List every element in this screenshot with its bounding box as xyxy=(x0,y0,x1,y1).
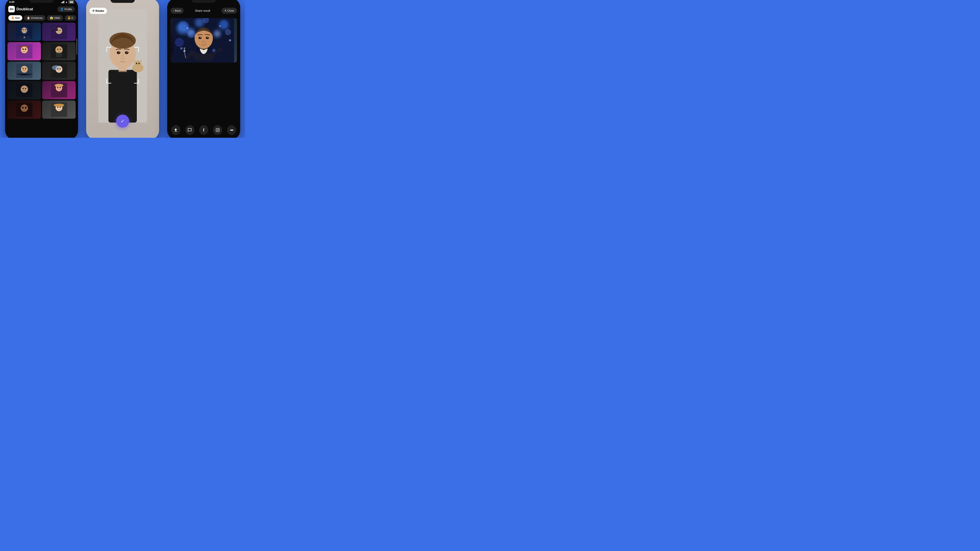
meme-thumbnail-9 xyxy=(8,100,41,119)
meme-item-6[interactable] xyxy=(42,62,76,80)
svg-point-70 xyxy=(180,47,183,50)
status-icons: ▲ ▮▮▮ xyxy=(61,0,74,3)
message-icon xyxy=(188,128,192,132)
signal-icon xyxy=(61,1,64,3)
share-result-label: Share result xyxy=(195,9,210,12)
category-tabs: 🔥 Hot 🎅 Christmas 😱 OMG 😎 C xyxy=(5,14,78,23)
svg-point-77 xyxy=(199,37,202,39)
svg-point-4 xyxy=(25,29,26,30)
tab-hot[interactable]: 🔥 Hot xyxy=(8,15,22,21)
result-image xyxy=(170,18,237,63)
close-icon: ✕ xyxy=(224,9,227,12)
back-button[interactable]: ‹ Back xyxy=(170,8,184,14)
svg-point-79 xyxy=(206,37,209,39)
meme-thumbnail-8 xyxy=(42,81,76,99)
notch-1 xyxy=(29,0,54,3)
svg-point-71 xyxy=(229,39,231,41)
checkmark-icon: ✓ xyxy=(121,118,125,124)
meme-item-8[interactable] xyxy=(42,81,76,99)
back-chevron-icon: ‹ xyxy=(173,9,174,12)
svg-point-29 xyxy=(57,68,58,70)
svg-rect-21 xyxy=(57,53,61,54)
phone-3-screen: ‹ Back Share result ✕ Close xyxy=(167,0,240,138)
close-label: Close xyxy=(228,9,234,12)
meme-thumbnail-2 xyxy=(42,23,76,41)
share-more-button[interactable]: ••• xyxy=(227,125,236,135)
svg-rect-11 xyxy=(52,28,57,31)
retake-icon: ↺ xyxy=(92,10,94,12)
meme-item-9[interactable] xyxy=(8,100,41,119)
svg-point-46 xyxy=(57,106,58,108)
svg-rect-81 xyxy=(216,129,219,132)
meme-thumbnail-5 xyxy=(8,62,41,80)
meme-item-10[interactable] xyxy=(42,100,76,119)
meme-item-3[interactable] xyxy=(8,42,41,60)
instagram-icon xyxy=(216,128,220,132)
wifi-icon: ▲ xyxy=(65,1,68,3)
close-button[interactable]: ✕ Close xyxy=(221,8,237,14)
phone-result: ‹ Back Share result ✕ Close xyxy=(167,0,240,138)
scroll-indicator xyxy=(76,38,77,55)
meme-thumbnail-3 xyxy=(8,42,41,60)
notch-2 xyxy=(110,0,135,3)
more-icon: ••• xyxy=(230,128,233,132)
retake-button[interactable]: ↺ Retake xyxy=(89,8,107,14)
profile-label: Profile xyxy=(64,8,72,11)
phone-1-screen: 4:20 ▲ ▮▮▮ do Doublicat 👤 xyxy=(5,0,78,138)
profile-button[interactable]: 👤 Profile xyxy=(57,6,75,12)
svg-point-14 xyxy=(22,49,24,50)
share-upload-button[interactable] xyxy=(171,125,180,135)
svg-point-72 xyxy=(212,49,215,52)
tab-omg[interactable]: 😱 OMG xyxy=(47,15,63,21)
frame-corner-bl xyxy=(107,79,111,83)
svg-point-17 xyxy=(55,46,63,54)
svg-point-39 xyxy=(60,87,61,88)
face-area: ✓ xyxy=(86,0,159,138)
svg-point-15 xyxy=(25,49,26,50)
svg-point-82 xyxy=(217,129,218,131)
svg-point-80 xyxy=(207,37,208,38)
battery-icon: ▮▮▮ xyxy=(69,0,74,3)
meme-item-1[interactable]: 🥂 xyxy=(8,23,41,41)
share-facebook-button[interactable]: f xyxy=(199,125,208,135)
svg-point-10 xyxy=(59,30,60,31)
svg-point-43 xyxy=(25,107,27,108)
bokeh-2 xyxy=(187,28,195,36)
notch-3 xyxy=(191,0,216,3)
app-header: do Doublicat 👤 Profile xyxy=(5,4,78,14)
meme-item-2[interactable] xyxy=(42,23,76,41)
meme-thumbnail-1: 🥂 xyxy=(8,23,41,41)
meme-thumbnail-7 xyxy=(8,81,41,99)
svg-point-47 xyxy=(60,106,61,108)
share-instagram-button[interactable] xyxy=(213,125,222,135)
frame-corner-br xyxy=(134,79,139,83)
svg-text:🥂: 🥂 xyxy=(23,37,25,38)
meme-item-7[interactable] xyxy=(8,81,41,99)
meme-thumbnail-10 xyxy=(42,100,76,119)
camera-view: ↺ Retake xyxy=(86,0,159,138)
bokeh-5 xyxy=(195,18,204,27)
share-buttons: f ••• xyxy=(167,125,240,135)
svg-point-18 xyxy=(57,49,58,50)
tab-cool[interactable]: 😎 C xyxy=(65,15,76,21)
back-label: Back xyxy=(175,9,181,12)
svg-point-13 xyxy=(21,46,28,53)
tab-christmas[interactable]: 🎅 Christmas xyxy=(24,15,45,21)
bokeh-3 xyxy=(219,20,229,30)
svg-point-41 xyxy=(21,105,28,112)
share-message-button[interactable] xyxy=(185,125,194,135)
app-logo: do xyxy=(8,6,15,12)
meme-thumbnail-6 xyxy=(42,62,76,80)
meme-item-5[interactable] xyxy=(8,62,41,80)
svg-point-24 xyxy=(22,68,24,69)
svg-point-78 xyxy=(200,37,201,38)
phone-app-list: 4:20 ▲ ▮▮▮ do Doublicat 👤 xyxy=(5,0,78,138)
svg-point-42 xyxy=(22,107,24,108)
capture-button[interactable]: ✓ xyxy=(116,115,129,128)
svg-point-32 xyxy=(21,86,28,93)
meme-item-4[interactable] xyxy=(42,42,76,60)
bokeh-4 xyxy=(214,30,221,37)
svg-point-30 xyxy=(60,68,61,70)
phone-2-screen: ↺ Retake xyxy=(86,0,159,138)
meme-thumbnail-4 xyxy=(42,42,76,60)
